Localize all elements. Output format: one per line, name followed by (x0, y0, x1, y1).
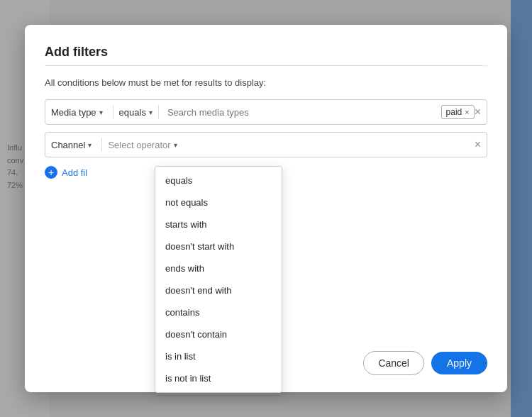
filter-tag-channel[interactable]: Channel ▾ (51, 140, 96, 150)
select-operator-placeholder: Select operator (108, 140, 170, 150)
add-filter-label: Add fil (62, 167, 87, 178)
select-operator-chevron-icon: ▾ (174, 141, 177, 149)
dropdown-item-equals[interactable]: equals (155, 169, 282, 191)
filter-divider-v3 (101, 138, 102, 152)
dropdown-item-is-in-list[interactable]: is in list (155, 345, 282, 367)
filter-row-2-container: Channel ▾ Select operator ▾ × equalsnot … (45, 132, 487, 165)
filter-row-1: Media type ▾ equals ▾ paid × × (45, 99, 487, 125)
add-filter-icon: + (45, 166, 57, 179)
filter-operator-equals-label: equals (119, 107, 146, 118)
operator-dropdown: equalsnot equalsstarts withdoesn't start… (155, 166, 282, 393)
filter-row-2-clear[interactable]: × (475, 139, 481, 150)
filter-tag-channel-label: Channel (51, 140, 85, 150)
filter-value-paid-remove[interactable]: × (465, 108, 469, 116)
filter-row-2: Channel ▾ Select operator ▾ × (45, 132, 487, 157)
modal-overlay: Add filters All conditions below must be… (0, 0, 532, 417)
filter-operator-equals[interactable]: equals ▾ (119, 107, 153, 118)
dropdown-item-doesn't-start-with[interactable]: doesn't start with (155, 235, 282, 257)
cancel-button[interactable]: Cancel (363, 351, 424, 375)
modal-subtitle: All conditions below must be met for res… (45, 77, 487, 88)
add-filters-modal: Add filters All conditions below must be… (25, 25, 507, 392)
dropdown-item-starts-with[interactable]: starts with (155, 213, 282, 235)
filter-row-1-clear[interactable]: × (475, 106, 481, 118)
filter-value-paid: paid × (441, 105, 475, 119)
apply-button[interactable]: Apply (431, 352, 487, 374)
filter-divider-v1 (113, 105, 113, 119)
filter-tag-media-type-label: Media type (51, 107, 96, 118)
modal-title: Add filters (45, 45, 487, 60)
media-type-chevron-icon: ▾ (99, 109, 103, 116)
dropdown-item-is-not-in-list[interactable]: is not in list (155, 367, 282, 389)
dropdown-item-ends-with[interactable]: ends with (155, 257, 282, 279)
filter-operator-select[interactable]: Select operator ▾ (108, 140, 177, 150)
filter-divider-v2 (158, 105, 159, 119)
dropdown-item-not-equals[interactable]: not equals (155, 191, 282, 213)
operator-chevron-icon: ▾ (149, 109, 153, 116)
media-type-search-input[interactable] (165, 107, 441, 118)
filter-value-paid-label: paid (446, 107, 462, 117)
dropdown-item-doesn't-contain[interactable]: doesn't contain (155, 323, 282, 345)
channel-chevron-icon: ▾ (88, 141, 92, 149)
filter-tag-media-type[interactable]: Media type ▾ (51, 107, 107, 118)
modal-divider (45, 65, 487, 66)
dropdown-item-doesn't-end-with[interactable]: doesn't end with (155, 279, 282, 301)
dropdown-item-contains[interactable]: contains (155, 301, 282, 323)
